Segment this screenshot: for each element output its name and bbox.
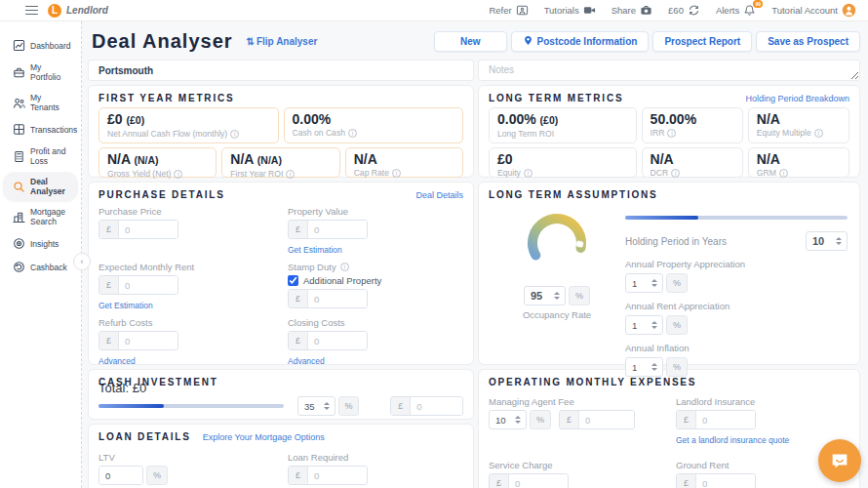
stepper-arrows[interactable] <box>650 363 662 371</box>
cash-percent-stepper[interactable] <box>297 396 335 416</box>
sidebar-item-my-portfolio[interactable]: My Portfolio <box>3 58 78 87</box>
info-icon[interactable] <box>671 169 680 178</box>
managing-agent-amount-input[interactable] <box>579 411 634 428</box>
credit-balance[interactable]: £60 <box>668 4 700 17</box>
info-icon[interactable] <box>340 263 349 271</box>
share-link[interactable]: Share <box>612 4 652 17</box>
gauge-handle[interactable] <box>576 241 584 248</box>
cash-amount-input[interactable] <box>411 397 462 415</box>
percent-suffix: % <box>338 396 359 416</box>
sidebar-item-profit-and-loss[interactable]: Profit and Loss <box>3 142 78 171</box>
managing-agent-percent-input[interactable] <box>490 415 513 426</box>
holding-period-breakdown-link[interactable]: Holding Period Breakdown <box>745 94 849 103</box>
sidebar-item-cashback[interactable]: Cashback <box>3 256 78 278</box>
closing-costs-input[interactable] <box>308 332 367 349</box>
info-icon[interactable] <box>174 170 182 179</box>
info-icon[interactable] <box>779 169 788 178</box>
cash-percent-input[interactable] <box>298 401 322 412</box>
field-label: Landlord Insurance <box>676 396 849 407</box>
get-estimation-link[interactable]: Get Estimation <box>99 301 153 310</box>
spinner-down-icon[interactable] <box>651 368 657 371</box>
refurb-costs-input[interactable] <box>119 332 178 349</box>
property-appreciation-stepper[interactable] <box>625 273 663 293</box>
property-value-input[interactable] <box>308 221 367 238</box>
spinner-down-icon[interactable] <box>836 242 842 245</box>
inflation-stepper[interactable] <box>625 357 663 377</box>
menu-icon[interactable] <box>25 6 38 16</box>
info-icon[interactable] <box>667 129 676 138</box>
rent-appreciation-stepper[interactable] <box>625 315 663 335</box>
field-label: Property Value <box>288 206 463 217</box>
spinner-up-icon[interactable] <box>836 237 842 240</box>
spinner-up-icon[interactable] <box>651 279 657 282</box>
holding-period-input[interactable] <box>807 235 834 247</box>
info-icon[interactable] <box>392 169 401 178</box>
managing-agent-percent-stepper[interactable] <box>489 410 527 429</box>
account-menu[interactable]: Tutorial Account <box>771 3 856 18</box>
deal-details-link[interactable]: Deal Details <box>415 190 463 200</box>
expected-rent-input[interactable] <box>119 276 178 294</box>
holding-period-slider[interactable] <box>625 216 848 220</box>
stamp-duty-input[interactable] <box>308 290 367 307</box>
info-icon[interactable] <box>286 170 295 179</box>
notes-textarea[interactable] <box>478 60 860 81</box>
spinner-up-icon[interactable] <box>651 363 657 366</box>
rent-appreciation-input[interactable] <box>626 320 650 331</box>
postcode-information-button[interactable]: Postcode Information <box>511 31 650 52</box>
sidebar-item-my-tenants[interactable]: My Tenants <box>3 88 78 117</box>
spinner-up-icon[interactable] <box>515 416 521 419</box>
spinner-up-icon[interactable] <box>324 402 330 405</box>
sidebar-item-dashboard[interactable]: Dashboard <box>3 34 78 57</box>
info-icon[interactable] <box>524 169 533 178</box>
inflation-input[interactable] <box>626 362 650 373</box>
additional-property-checkbox[interactable] <box>288 275 298 286</box>
stepper-arrows[interactable] <box>650 321 662 329</box>
sidebar-item-mortgage-search[interactable]: Mortgage Search <box>3 202 78 231</box>
service-charge-input[interactable] <box>509 474 568 488</box>
save-as-prospect-button[interactable]: Save as Prospect <box>756 31 860 52</box>
new-button[interactable]: New <box>434 31 507 52</box>
purchase-price-input[interactable] <box>119 221 178 238</box>
sidebar-item-transactions[interactable]: Transactions <box>3 118 78 141</box>
spinner-up-icon[interactable] <box>651 321 657 324</box>
tutorials-link[interactable]: Tutorials <box>544 4 596 17</box>
sidebar-item-deal-analyser[interactable]: Deal Analyser <box>3 172 78 201</box>
spinner-down-icon[interactable] <box>324 407 330 410</box>
loan-required-input[interactable] <box>308 467 367 484</box>
occupancy-gauge[interactable] <box>526 212 588 274</box>
cash-investment-slider[interactable] <box>99 404 284 408</box>
refer-link[interactable]: Refer <box>489 4 528 17</box>
info-icon[interactable] <box>230 130 239 139</box>
stepper-arrows[interactable] <box>650 279 662 287</box>
occupancy-stepper[interactable] <box>524 286 566 305</box>
advanced-link[interactable]: Advanced <box>99 356 136 366</box>
alerts-link[interactable]: Alerts 99 <box>716 4 756 17</box>
sidebar-item-insights[interactable]: Insights <box>3 232 78 255</box>
sidebar-collapse-button[interactable]: ‹ <box>73 253 91 270</box>
get-estimation-link[interactable]: Get Estimation <box>288 245 342 255</box>
info-icon[interactable] <box>348 129 357 138</box>
chat-widget-button[interactable] <box>818 439 861 482</box>
holding-period-stepper[interactable] <box>806 231 848 251</box>
property-appreciation-input[interactable] <box>626 278 650 289</box>
stepper-arrows[interactable] <box>513 416 526 424</box>
spinner-down-icon[interactable] <box>554 297 560 300</box>
occupancy-input[interactable] <box>525 290 552 302</box>
flip-analyser-link[interactable]: Flip Analyser <box>247 36 318 47</box>
spinner-up-icon[interactable] <box>554 292 560 295</box>
explore-mortgage-options-link[interactable]: Explore Your Mortgage Options <box>203 432 325 442</box>
stepper-arrows[interactable] <box>834 237 847 245</box>
stepper-arrows[interactable] <box>322 402 335 410</box>
prospect-report-button[interactable]: Prospect Report <box>652 31 752 52</box>
insurance-quote-link[interactable]: Get a landlord insurance quote <box>676 435 789 445</box>
ground-rent-input[interactable] <box>696 474 755 488</box>
address-input[interactable] <box>88 60 474 81</box>
info-icon[interactable] <box>814 129 823 138</box>
landlord-insurance-input[interactable] <box>696 411 755 428</box>
advanced-link[interactable]: Advanced <box>288 356 325 366</box>
ltv-input[interactable] <box>99 467 142 484</box>
spinner-down-icon[interactable] <box>651 284 657 287</box>
stepper-arrows[interactable] <box>552 292 565 300</box>
spinner-down-icon[interactable] <box>651 326 657 329</box>
spinner-down-icon[interactable] <box>515 421 521 424</box>
